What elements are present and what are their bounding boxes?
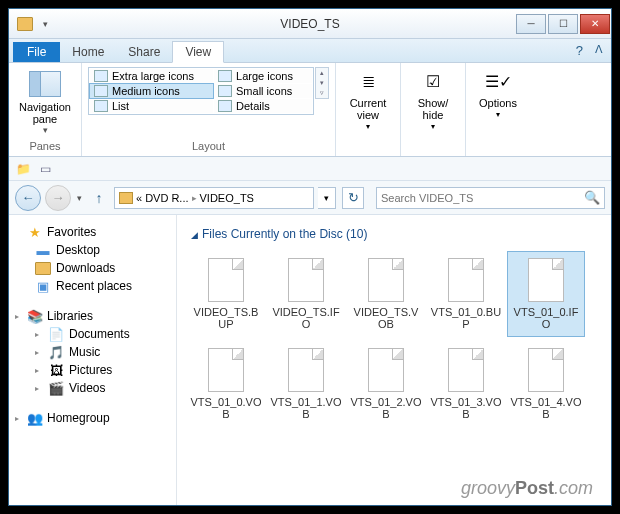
title-bar[interactable]: ▾ VIDEO_TS ─ ☐ ✕ xyxy=(9,9,611,39)
navigation-pane-label: Navigation pane xyxy=(19,101,71,125)
section-header[interactable]: ◢Files Currently on the Disc (10) xyxy=(191,227,601,241)
file-tab[interactable]: File xyxy=(13,42,60,62)
layout-scroll[interactable]: ▴▾▿ xyxy=(315,67,329,99)
details-icon xyxy=(218,100,232,112)
tree-documents[interactable]: ▸📄Documents xyxy=(13,325,172,343)
grid-icon xyxy=(94,70,108,82)
window-controls: ─ ☐ ✕ xyxy=(515,14,611,34)
file-item[interactable]: VTS_01_0.VOB xyxy=(187,341,265,427)
help-icon[interactable]: ? xyxy=(576,43,583,58)
tree-favorites[interactable]: ★Favorites xyxy=(13,223,172,241)
options-button[interactable]: ☰✓ Options ▾ xyxy=(472,67,524,121)
file-icon xyxy=(448,348,484,392)
collapse-ribbon-icon[interactable]: ᐱ xyxy=(595,43,603,56)
refresh-button[interactable]: ↻ xyxy=(342,187,364,209)
documents-icon: 📄 xyxy=(48,327,64,341)
tree-downloads[interactable]: Downloads xyxy=(13,259,172,277)
forward-button[interactable]: → xyxy=(45,185,71,211)
file-item[interactable]: VTS_01_3.VOB xyxy=(427,341,505,427)
file-icon xyxy=(368,348,404,392)
history-dropdown[interactable]: ▾ xyxy=(75,193,84,203)
address-box[interactable]: « DVD R... ▸ VIDEO_TS xyxy=(114,187,314,209)
file-item[interactable]: VIDEO_TS.VOB xyxy=(347,251,425,337)
show-hide-button[interactable]: ☑ Show/ hide ▾ xyxy=(407,67,459,133)
new-folder-icon[interactable]: 📁 xyxy=(15,161,31,177)
file-icon xyxy=(208,258,244,302)
grid-icon xyxy=(218,70,232,82)
tree-libraries[interactable]: ▸📚Libraries xyxy=(13,307,172,325)
file-icon xyxy=(208,348,244,392)
file-pane[interactable]: ◢Files Currently on the Disc (10) VIDEO_… xyxy=(177,215,611,505)
body-area: ★Favorites ▬Desktop Downloads ▣Recent pl… xyxy=(9,215,611,505)
file-item[interactable]: VTS_01_1.VOB xyxy=(267,341,345,427)
tree-desktop[interactable]: ▬Desktop xyxy=(13,241,172,259)
file-label: VTS_01_1.VOB xyxy=(270,396,342,420)
file-label: VTS_01_0.BUP xyxy=(430,306,502,330)
libraries-icon: 📚 xyxy=(27,309,43,323)
layout-gallery: Extra large icons Large icons Medium ico… xyxy=(88,67,314,115)
folder-icon xyxy=(119,192,133,204)
tab-home[interactable]: Home xyxy=(60,42,116,62)
caret-icon: ▸ xyxy=(35,384,43,393)
chevron-down-icon: ▾ xyxy=(41,125,50,135)
file-label: VTS_01_4.VOB xyxy=(510,396,582,420)
file-item[interactable]: VIDEO_TS.IFO xyxy=(267,251,345,337)
ribbon-group-layout: Extra large icons Large icons Medium ico… xyxy=(82,63,336,156)
file-item[interactable]: VTS_01_2.VOB xyxy=(347,341,425,427)
layout-extra-large-icons[interactable]: Extra large icons xyxy=(90,69,213,83)
layout-large-icons[interactable]: Large icons xyxy=(214,69,312,83)
sort-icon: ≣ xyxy=(355,71,381,93)
back-button[interactable]: ← xyxy=(15,185,41,211)
caret-icon: ▸ xyxy=(15,414,23,423)
file-label: VIDEO_TS.BUP xyxy=(190,306,262,330)
file-item[interactable]: VTS_01_0.IFO xyxy=(507,251,585,337)
navigation-pane-button[interactable]: Navigation pane ▾ xyxy=(15,67,75,135)
close-button[interactable]: ✕ xyxy=(580,14,610,34)
chevron-right-icon[interactable]: ▸ xyxy=(192,193,197,203)
up-button[interactable]: ↑ xyxy=(88,187,110,209)
file-icon xyxy=(368,258,404,302)
search-box[interactable]: 🔍 xyxy=(376,187,605,209)
options-icon: ☰✓ xyxy=(485,71,511,93)
caret-icon: ▸ xyxy=(15,312,23,321)
search-icon[interactable]: 🔍 xyxy=(584,190,600,205)
tree-music[interactable]: ▸🎵Music xyxy=(13,343,172,361)
breadcrumb[interactable]: VIDEO_TS xyxy=(200,192,254,204)
file-item[interactable]: VTS_01_0.BUP xyxy=(427,251,505,337)
ribbon: Navigation pane ▾ Panes Extra large icon… xyxy=(9,63,611,157)
tree-videos[interactable]: ▸🎬Videos xyxy=(13,379,172,397)
file-icon xyxy=(528,258,564,302)
current-view-button[interactable]: ≣ Current view ▾ xyxy=(342,67,394,133)
layout-medium-icons[interactable]: Medium icons xyxy=(89,83,214,99)
file-item[interactable]: VTS_01_4.VOB xyxy=(507,341,585,427)
breadcrumb[interactable]: « xyxy=(136,192,142,204)
desktop-icon: ▬ xyxy=(35,243,51,257)
folder-icon xyxy=(17,17,33,31)
address-dropdown[interactable]: ▾ xyxy=(318,187,336,209)
folder-icon xyxy=(35,262,51,275)
watermark: groovyPost.com xyxy=(461,478,593,499)
recent-icon: ▣ xyxy=(35,279,51,293)
navigation-tree[interactable]: ★Favorites ▬Desktop Downloads ▣Recent pl… xyxy=(9,215,177,505)
navigation-pane-icon xyxy=(29,71,61,97)
checkbox-icon: ☑ xyxy=(420,71,446,93)
qat-dropdown[interactable]: ▾ xyxy=(41,19,50,29)
file-icon xyxy=(448,258,484,302)
file-item[interactable]: VIDEO_TS.BUP xyxy=(187,251,265,337)
ribbon-tabs: File Home Share View ᐱ ? xyxy=(9,39,611,63)
maximize-button[interactable]: ☐ xyxy=(548,14,578,34)
tree-pictures[interactable]: ▸🖼Pictures xyxy=(13,361,172,379)
minimize-button[interactable]: ─ xyxy=(516,14,546,34)
properties-icon[interactable]: ▭ xyxy=(37,161,53,177)
chevron-down-icon: ▾ xyxy=(320,79,324,87)
tree-recent[interactable]: ▣Recent places xyxy=(13,277,172,295)
tree-homegroup[interactable]: ▸👥Homegroup xyxy=(13,409,172,427)
tab-view[interactable]: View xyxy=(172,41,224,63)
breadcrumb[interactable]: DVD R... xyxy=(145,192,188,204)
tab-share[interactable]: Share xyxy=(116,42,172,62)
layout-details[interactable]: Details xyxy=(214,99,312,113)
layout-small-icons[interactable]: Small icons xyxy=(214,84,312,98)
search-input[interactable] xyxy=(381,192,584,204)
layout-list[interactable]: List xyxy=(90,99,213,113)
star-icon: ★ xyxy=(27,225,43,239)
